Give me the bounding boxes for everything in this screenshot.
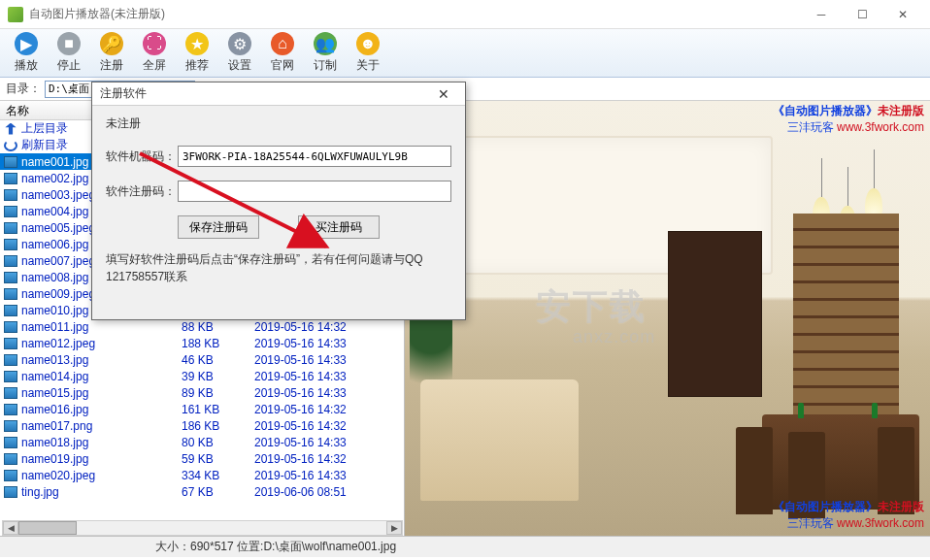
file-row[interactable]: name015.jpg89 KB2019-05-16 14:33 (0, 384, 404, 401)
dialog-help-text: 填写好软件注册码后点击“保存注册码”，若有任何问题请与QQ 121758557联… (106, 250, 451, 285)
scroll-left-button[interactable]: ◀ (3, 521, 18, 535)
file-row[interactable]: name019.jpg59 KB2019-05-16 14:32 (0, 450, 404, 467)
file-row[interactable]: name013.jpg46 KB2019-05-16 14:33 (0, 351, 404, 368)
推荐-icon: ★ (185, 32, 209, 55)
播放-icon: ▶ (15, 32, 38, 55)
preview-overlay-bottom: 《自动图片播放器》未注册版 三沣玩客 www.3fwork.com (773, 499, 924, 532)
close-button[interactable]: ✕ (883, 2, 922, 27)
toolbar-推荐[interactable]: ★推荐 (177, 31, 217, 76)
image-file-icon (4, 321, 17, 333)
register-status: 未注册 (106, 115, 451, 132)
reg-code-label: 软件注册码： (106, 183, 178, 200)
dialog-body: 未注册 软件机器码： 软件注册码： 保存注册码 买注册码 填写好软件注册码后点击… (92, 106, 465, 319)
refresh-icon (4, 140, 17, 151)
image-file-icon (4, 354, 17, 366)
image-file-icon (4, 156, 17, 168)
image-file-icon (4, 420, 17, 432)
image-file-icon (4, 255, 17, 267)
maximize-button[interactable]: ☐ (843, 2, 881, 27)
watermark-url: anxz.com (573, 327, 655, 347)
dialog-title: 注册软件 (100, 85, 430, 102)
minimize-button[interactable]: ─ (802, 2, 841, 27)
machine-code-input[interactable] (178, 146, 451, 167)
scroll-track[interactable] (18, 521, 386, 535)
file-row[interactable]: name011.jpg88 KB2019-05-16 14:32 (0, 318, 404, 335)
官网-icon: ⌂ (271, 32, 294, 55)
订制-icon: 👥 (314, 32, 337, 55)
file-row[interactable]: name018.jpg80 KB2019-05-16 14:33 (0, 434, 404, 450)
titlebar: 自动图片播放器(未注册版) ─ ☐ ✕ (0, 0, 930, 29)
register-dialog: 注册软件 ✕ 未注册 软件机器码： 软件注册码： 保存注册码 买注册码 填写好软… (91, 82, 466, 320)
dialog-titlebar[interactable]: 注册软件 ✕ (92, 82, 465, 106)
preview-pane: 安下载 anxz.com 《自动图片播放器》未注册版 三沣玩客 www.3fwo… (405, 101, 930, 536)
status-text: 大小：690*517 位置:D:\桌面\wolf\name001.jpg (155, 539, 396, 555)
file-row[interactable]: name012.jpeg188 KB2019-05-16 14:33 (0, 335, 404, 351)
watermark-text: 安下载 (536, 283, 647, 331)
app-icon (8, 7, 23, 22)
file-row[interactable]: name020.jpeg334 KB2019-05-16 14:33 (0, 467, 404, 483)
toolbar-订制[interactable]: 👥订制 (305, 31, 346, 76)
image-file-icon (4, 288, 17, 300)
image-file-icon (4, 189, 17, 201)
toolbar-全屏[interactable]: ⛶全屏 (134, 31, 175, 76)
window-controls: ─ ☐ ✕ (802, 2, 922, 27)
buy-reg-button[interactable]: 买注册码 (298, 215, 380, 239)
image-file-icon (4, 404, 17, 415)
image-file-icon (4, 222, 17, 234)
关于-icon: ☻ (356, 32, 380, 55)
save-reg-button[interactable]: 保存注册码 (178, 215, 259, 239)
停止-icon: ■ (57, 32, 81, 55)
file-row[interactable]: name016.jpg161 KB2019-05-16 14:32 (0, 401, 404, 417)
image-file-icon (4, 272, 17, 283)
image-file-icon (4, 453, 17, 465)
toolbar-停止[interactable]: ■停止 (49, 31, 89, 76)
reg-code-row: 软件注册码： (106, 181, 451, 202)
image-file-icon (4, 206, 17, 217)
image-file-icon (4, 387, 17, 399)
image-file-icon (4, 470, 17, 481)
toolbar-官网[interactable]: ⌂官网 (262, 31, 303, 76)
image-file-icon (4, 371, 17, 382)
image-file-icon (4, 338, 17, 349)
toolbar: ▶播放■停止🔑注册⛶全屏★推荐⚙设置⌂官网👥订制☻关于 (0, 29, 930, 78)
toolbar-关于[interactable]: ☻关于 (348, 31, 388, 76)
file-row[interactable]: name017.png186 KB2019-05-16 14:32 (0, 417, 404, 434)
image-file-icon (4, 173, 17, 184)
dialog-buttons: 保存注册码 买注册码 (106, 215, 451, 239)
reg-code-input[interactable] (178, 181, 451, 202)
image-file-icon (4, 239, 17, 250)
toolbar-播放[interactable]: ▶播放 (6, 31, 47, 76)
设置-icon: ⚙ (228, 32, 251, 55)
image-file-icon (4, 305, 17, 316)
machine-code-row: 软件机器码： (106, 146, 451, 167)
dialog-close-button[interactable]: ✕ (430, 84, 457, 104)
file-row[interactable]: ting.jpg67 KB2019-06-06 08:51 (0, 483, 404, 500)
toolbar-设置[interactable]: ⚙设置 (219, 31, 260, 76)
image-file-icon (4, 437, 17, 448)
toolbar-注册[interactable]: 🔑注册 (91, 31, 132, 76)
status-bar: 大小：690*517 位置:D:\桌面\wolf\name001.jpg (0, 536, 930, 557)
up-icon (4, 123, 17, 135)
preview-overlay-top: 《自动图片播放器》未注册版 三沣玩客 www.3fwork.com (773, 103, 924, 136)
horizontal-scrollbar[interactable]: ◀ ▶ (2, 520, 403, 536)
file-row[interactable]: name014.jpg39 KB2019-05-16 14:33 (0, 368, 404, 384)
注册-icon: 🔑 (100, 32, 123, 55)
scroll-thumb[interactable] (18, 521, 77, 535)
全屏-icon: ⛶ (143, 32, 166, 55)
scroll-right-button[interactable]: ▶ (386, 521, 402, 535)
preview-image: 安下载 anxz.com (405, 101, 930, 536)
image-file-icon (4, 486, 17, 498)
machine-code-label: 软件机器码： (106, 148, 178, 165)
directory-label: 目录： (6, 81, 41, 97)
window-title: 自动图片播放器(未注册版) (29, 6, 802, 22)
